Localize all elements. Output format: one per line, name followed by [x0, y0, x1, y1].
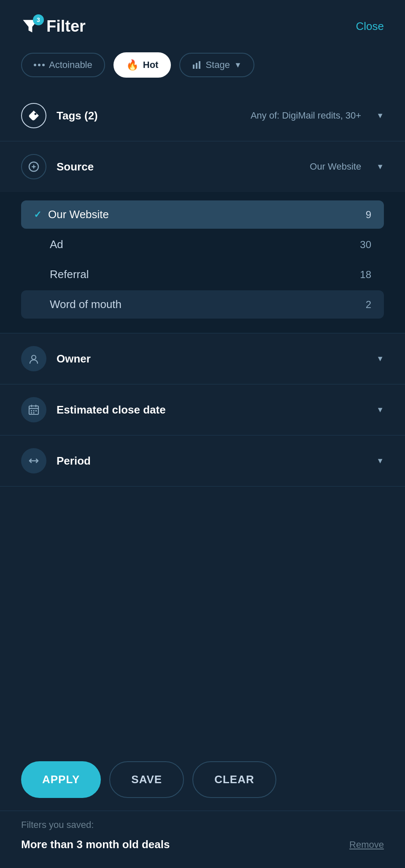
svg-rect-1	[196, 63, 197, 69]
owner-icon-circle	[21, 346, 46, 371]
period-label: Period	[57, 454, 366, 468]
svg-rect-7	[31, 410, 32, 411]
filter-badge: 3	[33, 14, 44, 25]
save-button[interactable]: SAVE	[109, 761, 184, 798]
header: 3 Filter Close	[0, 0, 405, 48]
source-chevron-icon: ▼	[376, 162, 384, 171]
tag-icon	[28, 110, 40, 122]
period-icon-circle	[21, 448, 46, 473]
header-left: 3 Filter	[21, 17, 86, 35]
calendar-icon	[28, 404, 40, 416]
source-section[interactable]: Source Our Website ▼	[0, 141, 405, 192]
source-option-referral-label: Referral	[50, 268, 360, 281]
svg-rect-10	[31, 412, 32, 414]
quick-filters: Actoinable 🔥 Hot Stage ▼	[0, 48, 405, 90]
svg-rect-0	[193, 65, 194, 69]
source-label: Source	[57, 160, 300, 173]
source-icon-circle	[21, 154, 46, 179]
saved-filter-name: More than 3 month old deals	[21, 838, 170, 851]
period-chevron-icon: ▼	[376, 457, 384, 465]
close-date-chevron-icon: ▼	[376, 406, 384, 414]
hot-filter[interactable]: 🔥 Hot	[113, 52, 171, 78]
period-section[interactable]: Period ▼	[0, 435, 405, 487]
checkmark-icon: ✓	[34, 209, 41, 220]
owner-chevron-icon: ▼	[376, 354, 384, 363]
source-option-word-of-mouth-count: 2	[366, 299, 371, 311]
owner-icon	[28, 353, 40, 365]
source-option-our-website-count: 9	[366, 209, 371, 221]
period-icon	[28, 455, 40, 467]
source-icon	[28, 161, 40, 173]
close-date-label: Estimated close date	[57, 403, 366, 416]
tags-label: Tags (2)	[57, 109, 240, 122]
source-value: Our Website	[310, 161, 361, 172]
stage-label: Stage	[205, 59, 230, 70]
source-option-our-website-label: Our Website	[48, 208, 366, 221]
svg-rect-9	[35, 410, 37, 411]
apply-button[interactable]: APPLY	[21, 761, 101, 798]
actionable-filter[interactable]: Actoinable	[21, 53, 105, 77]
action-buttons: APPLY SAVE CLEAR	[0, 749, 405, 811]
source-option-ad-label: Ad	[50, 238, 360, 251]
source-option-referral[interactable]: Referral 18	[21, 260, 384, 289]
svg-rect-8	[33, 410, 35, 411]
close-button[interactable]: Close	[356, 20, 384, 33]
source-option-ad-count: 30	[360, 239, 371, 251]
svg-rect-11	[33, 412, 35, 414]
close-date-section[interactable]: Estimated close date ▼	[0, 384, 405, 435]
actionable-label: Actoinable	[49, 59, 92, 70]
tags-section[interactable]: Tags (2) Any of: DigiMail redits, 30+ ▼	[0, 90, 405, 141]
header-title: Filter	[46, 17, 86, 35]
source-option-word-of-mouth-label: Word of mouth	[50, 298, 366, 311]
svg-point-5	[32, 355, 36, 360]
stage-chevron-icon: ▼	[234, 61, 242, 70]
saved-filters-heading: Filters you saved:	[21, 819, 384, 830]
flame-icon: 🔥	[126, 59, 139, 71]
owner-section[interactable]: Owner ▼	[0, 333, 405, 384]
owner-label: Owner	[57, 352, 366, 365]
hot-label: Hot	[143, 59, 159, 70]
filter-icon-wrap: 3	[21, 17, 40, 35]
svg-point-3	[35, 113, 37, 115]
source-option-word-of-mouth[interactable]: Word of mouth 2	[21, 290, 384, 319]
source-option-ad[interactable]: Ad 30	[21, 230, 384, 259]
source-option-referral-count: 18	[360, 269, 371, 281]
saved-filter-item: More than 3 month old deals Remove	[21, 838, 384, 851]
clear-button[interactable]: CLEAR	[192, 761, 276, 798]
source-dropdown: ✓ Our Website 9 Ad 30 Referral 18 Word o…	[0, 192, 405, 333]
dots-icon	[34, 64, 45, 66]
tags-value: Any of: DigiMail redits, 30+	[251, 110, 361, 121]
spacer	[0, 487, 405, 749]
tags-chevron-icon: ▼	[376, 111, 384, 120]
tags-icon-circle	[21, 103, 46, 128]
close-date-icon-circle	[21, 397, 46, 422]
saved-filters: Filters you saved: More than 3 month old…	[0, 811, 405, 868]
remove-saved-filter-button[interactable]: Remove	[349, 839, 384, 850]
stage-icon	[192, 60, 201, 70]
svg-rect-2	[199, 61, 200, 69]
stage-filter[interactable]: Stage ▼	[179, 53, 254, 77]
source-option-our-website[interactable]: ✓ Our Website 9	[21, 200, 384, 229]
